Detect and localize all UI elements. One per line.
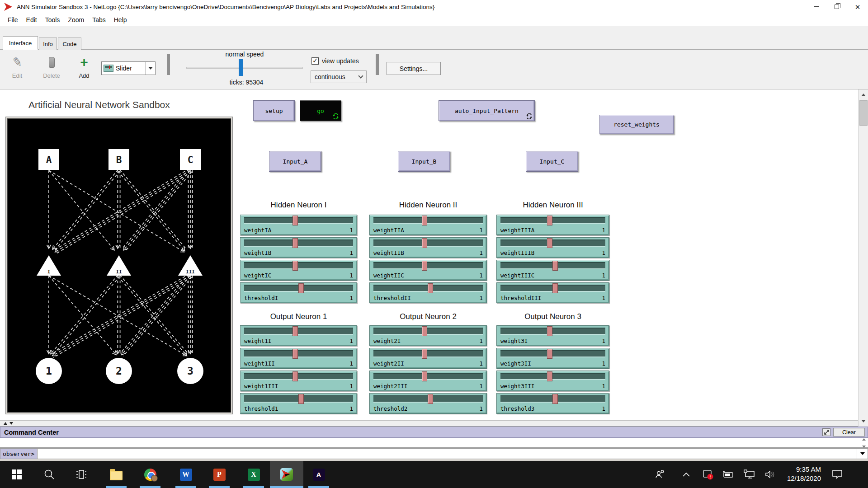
slider-weight2I[interactable]: weight2I1: [369, 325, 487, 346]
slider-track[interactable]: [373, 239, 483, 247]
slider-handle[interactable]: [547, 371, 552, 381]
vertical-scrollbar[interactable]: [858, 89, 868, 427]
slider-weight3II[interactable]: weight3II1: [496, 348, 609, 369]
menu-help[interactable]: Help: [110, 16, 131, 23]
taskbar-clock[interactable]: 9:35 AM 12/18/2020: [787, 465, 821, 483]
slider-handle[interactable]: [422, 238, 427, 248]
input-b-button[interactable]: Input_B: [398, 151, 450, 172]
slider-handle[interactable]: [298, 394, 304, 404]
slider-handle[interactable]: [552, 394, 558, 404]
grow-command-center-icon[interactable]: [4, 422, 7, 425]
auto-input-pattern-button[interactable]: auto_Input_Pattern: [439, 100, 535, 121]
menu-tabs[interactable]: Tabs: [88, 16, 110, 23]
input-c-button[interactable]: Input_C: [526, 151, 578, 172]
slider-handle[interactable]: [547, 238, 552, 248]
settings-button[interactable]: Settings...: [387, 62, 441, 75]
slider-track[interactable]: [500, 328, 605, 335]
setup-button[interactable]: setup: [253, 100, 295, 121]
slider-weightIIIC[interactable]: weightIIIC1: [496, 260, 609, 281]
slider-threshold1[interactable]: threshold11: [240, 393, 357, 414]
slider-handle[interactable]: [292, 261, 298, 271]
slider-threshold3[interactable]: threshold31: [496, 393, 609, 414]
netlogo-taskbar-button[interactable]: [276, 461, 297, 488]
slider-weightIIIA[interactable]: weightIIIA1: [496, 215, 609, 235]
update-mode-dropdown[interactable]: continuous: [311, 70, 367, 83]
slider-track[interactable]: [373, 328, 483, 335]
scrollbar-thumb[interactable]: [859, 100, 868, 126]
word-button[interactable]: W: [175, 461, 197, 488]
chrome-button[interactable]: [139, 461, 161, 488]
slider-handle[interactable]: [422, 261, 427, 271]
slider-handle[interactable]: [547, 349, 552, 359]
slider-weight1III[interactable]: weight1III1: [240, 371, 357, 391]
tab-code[interactable]: Code: [58, 38, 81, 50]
slider-handle[interactable]: [547, 326, 552, 336]
excel-button[interactable]: X: [243, 461, 264, 488]
slider-weightIIIB[interactable]: weightIIIB1: [496, 237, 609, 258]
slider-handle[interactable]: [547, 216, 552, 225]
slider-track[interactable]: [373, 350, 483, 357]
slider-handle[interactable]: [422, 216, 427, 225]
delete-widget-button[interactable]: Delete: [40, 53, 63, 85]
slider-weightIIA[interactable]: weightIIA1: [369, 215, 487, 235]
slider-handle[interactable]: [428, 394, 433, 404]
slider-weight1I[interactable]: weight1I1: [240, 325, 357, 346]
menu-zoom[interactable]: Zoom: [64, 16, 88, 23]
slider-weight3III[interactable]: weight3III1: [496, 371, 609, 391]
slider-track[interactable]: [244, 239, 353, 247]
tab-interface[interactable]: Interface: [3, 36, 38, 50]
slider-handle[interactable]: [292, 216, 298, 225]
battery-tray-button[interactable]: [720, 461, 736, 488]
slider-track[interactable]: [244, 217, 353, 224]
slider-weightIC[interactable]: weightIC1: [240, 260, 357, 281]
command-input[interactable]: [38, 449, 857, 459]
slider-track[interactable]: [373, 217, 483, 224]
menu-file[interactable]: File: [4, 16, 22, 23]
slider-handle[interactable]: [292, 326, 298, 336]
slider-track[interactable]: [244, 373, 353, 380]
slider-weightIA[interactable]: weightIA1: [240, 215, 357, 235]
clear-button[interactable]: Clear: [833, 428, 865, 436]
view-updates-checkbox[interactable]: [311, 57, 319, 65]
reset-weights-button[interactable]: reset_weights: [599, 115, 674, 134]
slider-handle[interactable]: [428, 283, 433, 293]
file-explorer-button[interactable]: [105, 461, 127, 488]
slider-track[interactable]: [500, 217, 605, 224]
slider-track[interactable]: [244, 350, 353, 357]
slider-track[interactable]: [500, 350, 605, 357]
slider-handle[interactable]: [292, 238, 298, 248]
tab-info[interactable]: Info: [39, 38, 57, 50]
menu-tools[interactable]: Tools: [41, 16, 64, 23]
slider-thresholdI[interactable]: thresholdI1: [240, 282, 357, 303]
task-view-button[interactable]: [71, 461, 92, 488]
go-button[interactable]: go: [300, 100, 341, 121]
scroll-up-button[interactable]: [859, 90, 868, 99]
history-dropdown-button[interactable]: [857, 449, 868, 459]
slider-handle[interactable]: [552, 283, 558, 293]
slider-track[interactable]: [373, 262, 483, 269]
slider-threshold2[interactable]: threshold21: [369, 393, 487, 414]
world-view[interactable]: ABCIIIIII123: [7, 118, 231, 413]
slider-track[interactable]: [244, 328, 353, 335]
slider-track[interactable]: [500, 373, 605, 380]
menu-edit[interactable]: Edit: [22, 16, 41, 23]
command-center-output[interactable]: [0, 438, 868, 448]
speed-slider-handle[interactable]: [239, 59, 243, 76]
slider-handle[interactable]: [552, 261, 558, 271]
restore-button[interactable]: [826, 0, 847, 14]
scroll-down-button[interactable]: [859, 417, 868, 426]
slider-weight2III[interactable]: weight2III1: [369, 371, 487, 391]
slider-weight1II[interactable]: weight1II1: [240, 348, 357, 369]
slider-handle[interactable]: [422, 349, 427, 359]
slider-weight2II[interactable]: weight2II1: [369, 348, 487, 369]
minimize-button[interactable]: [806, 0, 826, 14]
close-button[interactable]: ✕: [847, 0, 868, 14]
speed-slider-track[interactable]: [186, 67, 303, 69]
slider-handle[interactable]: [292, 349, 298, 359]
action-center-button[interactable]: [828, 461, 846, 488]
slider-thresholdIII[interactable]: thresholdIII1: [496, 282, 609, 303]
volume-tray-button[interactable]: [762, 461, 778, 488]
widget-type-chooser[interactable]: Slider: [101, 61, 156, 75]
slider-weightIIB[interactable]: weightIIB1: [369, 237, 487, 258]
slider-thresholdII[interactable]: thresholdII1: [369, 282, 487, 303]
